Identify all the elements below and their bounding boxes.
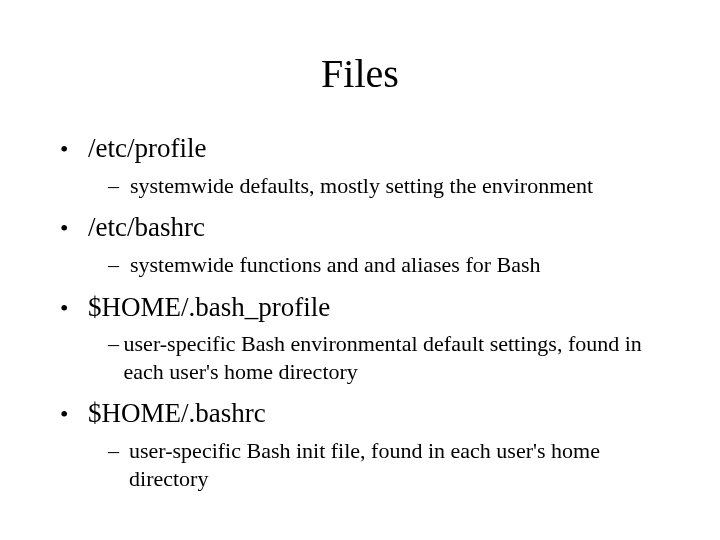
sub-item: – systemwide functions and and aliases f… (108, 251, 660, 279)
item-label: /etc/profile (88, 132, 206, 166)
bullet-icon: • (60, 296, 88, 320)
list-item: • /etc/profile – systemwide defaults, mo… (60, 132, 660, 199)
items-list: • /etc/profile – systemwide defaults, mo… (60, 132, 660, 492)
page-title: Files (60, 50, 660, 97)
bullet-icon: • (60, 402, 88, 426)
bullet-icon: • (60, 137, 88, 161)
list-item: • $HOME/.bashrc – user-specific Bash ini… (60, 397, 660, 492)
sub-item-text: systemwide functions and and aliases for… (130, 251, 541, 279)
dash-icon: – (108, 438, 129, 464)
bullet-icon: • (60, 216, 88, 240)
list-item: • $HOME/.bash_profile – user-specific Ba… (60, 291, 660, 386)
sub-item: – user-specific Bash init file, found in… (108, 437, 660, 492)
sub-item-text: user-specific Bash init file, found in e… (129, 437, 660, 492)
list-item: • /etc/bashrc – systemwide functions and… (60, 211, 660, 278)
slide: Files • /etc/profile – systemwide defaul… (0, 0, 720, 540)
item-label: $HOME/.bash_profile (88, 291, 330, 325)
sub-item: – user-specific Bash environmental defau… (108, 330, 660, 385)
dash-icon: – (108, 173, 130, 199)
item-label: /etc/bashrc (88, 211, 205, 245)
dash-icon: – (108, 252, 130, 278)
sub-item: – systemwide defaults, mostly setting th… (108, 172, 660, 200)
item-label: $HOME/.bashrc (88, 397, 266, 431)
dash-icon: – (108, 331, 124, 357)
sub-item-text: user-specific Bash environmental default… (124, 330, 660, 385)
sub-item-text: systemwide defaults, mostly setting the … (130, 172, 593, 200)
